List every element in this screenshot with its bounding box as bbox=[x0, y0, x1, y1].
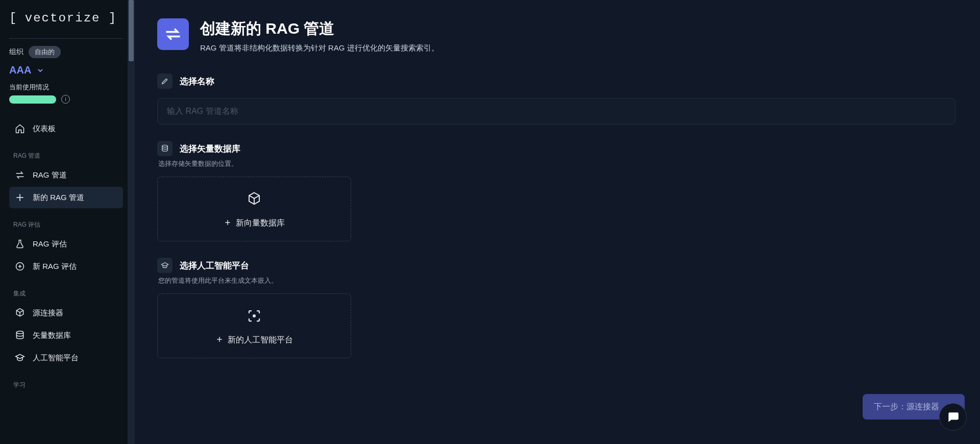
add-card-label: 新向量数据库 bbox=[236, 218, 285, 229]
section-subtitle: 您的管道将使用此平台来生成文本嵌入。 bbox=[158, 276, 955, 285]
org-selector[interactable]: AAA bbox=[9, 64, 123, 76]
svg-point-6 bbox=[162, 145, 168, 147]
pipeline-name-input[interactable] bbox=[157, 98, 955, 125]
nav-item-label: RAG 管道 bbox=[33, 170, 67, 180]
cube-icon bbox=[247, 191, 262, 209]
main-content: 创建新的 RAG 管道 RAG 管道将非结构化数据转换为针对 RAG 进行优化的… bbox=[133, 0, 980, 444]
svg-point-5 bbox=[16, 331, 23, 334]
nav-item-label: 矢量数据库 bbox=[33, 331, 71, 340]
nav-item-label: 新 RAG 评估 bbox=[33, 262, 77, 272]
plus-circle-icon bbox=[14, 261, 26, 272]
org-plan-badge: 自由的 bbox=[29, 46, 61, 58]
sidebar: [ vectorize ] 组织 自由的 AAA 当前使用情况 i 仪表板 RA… bbox=[0, 0, 133, 444]
divider bbox=[9, 38, 123, 39]
nav-section-integration: 集成 bbox=[13, 289, 119, 298]
nav-section-eval: RAG 评估 bbox=[13, 220, 119, 229]
nav-dashboard[interactable]: 仪表板 bbox=[9, 118, 123, 139]
plus-icon bbox=[215, 335, 224, 346]
page-icon bbox=[157, 18, 189, 50]
svg-point-9 bbox=[253, 315, 255, 317]
nav-section-pipelines: RAG 管道 bbox=[13, 152, 119, 160]
nav-item-label: 仪表板 bbox=[33, 124, 56, 134]
section-ai-platform: 选择人工智能平台 您的管道将使用此平台来生成文本嵌入。 新的人工智能平台 bbox=[157, 258, 955, 358]
section-title: 选择人工智能平台 bbox=[180, 260, 249, 272]
nav-new-rag-eval[interactable]: 新 RAG 评估 bbox=[9, 256, 123, 277]
nav-source-connectors[interactable]: 源连接器 bbox=[9, 302, 123, 324]
nav-ai-platform[interactable]: 人工智能平台 bbox=[9, 347, 123, 368]
page-title: 创建新的 RAG 管道 bbox=[200, 18, 439, 39]
support-chat-button[interactable] bbox=[939, 403, 967, 431]
flask-icon bbox=[14, 238, 26, 250]
page-subtitle: RAG 管道将非结构化数据转换为针对 RAG 进行优化的矢量搜索索引。 bbox=[200, 43, 439, 53]
brand-logo[interactable]: [ vectorize ] bbox=[9, 11, 123, 25]
org-label: 组织 bbox=[9, 47, 23, 57]
info-icon[interactable]: i bbox=[61, 95, 70, 104]
next-step-label: 下一步：源连接器 bbox=[874, 402, 939, 412]
database-icon bbox=[14, 330, 26, 341]
plus-icon bbox=[224, 218, 232, 229]
usage-label: 当前使用情况 bbox=[9, 83, 123, 92]
database-icon bbox=[157, 141, 173, 156]
swap-icon bbox=[14, 169, 26, 181]
nav-rag-eval[interactable]: RAG 评估 bbox=[9, 233, 123, 255]
pencil-icon bbox=[157, 73, 173, 89]
nav-vector-db[interactable]: 矢量数据库 bbox=[9, 325, 123, 346]
section-name: 选择名称 bbox=[157, 73, 955, 125]
nav-item-label: 新的 RAG 管道 bbox=[33, 193, 84, 203]
section-title: 选择矢量数据库 bbox=[180, 143, 240, 155]
graduation-cap-icon bbox=[14, 352, 26, 363]
add-ai-platform-card[interactable]: 新的人工智能平台 bbox=[157, 293, 351, 358]
nav-section-learn: 学习 bbox=[13, 381, 119, 389]
add-card-label: 新的人工智能平台 bbox=[228, 335, 293, 346]
chevron-down-icon bbox=[36, 66, 44, 75]
scan-icon bbox=[247, 308, 262, 326]
usage-bar[interactable] bbox=[9, 95, 56, 104]
nav-rag-pipelines[interactable]: RAG 管道 bbox=[9, 164, 123, 186]
nav-item-label: 人工智能平台 bbox=[33, 353, 79, 363]
graduation-cap-icon bbox=[157, 258, 173, 273]
section-title: 选择名称 bbox=[180, 76, 214, 87]
section-vector-db: 选择矢量数据库 选择存储矢量数据的位置。 新向量数据库 bbox=[157, 141, 955, 241]
nav-item-label: 源连接器 bbox=[33, 308, 63, 318]
plus-icon bbox=[14, 192, 26, 203]
chat-icon bbox=[946, 410, 960, 424]
nav-new-rag-pipeline[interactable]: 新的 RAG 管道 bbox=[9, 187, 123, 208]
home-icon bbox=[14, 123, 26, 134]
nav-item-label: RAG 评估 bbox=[33, 239, 67, 249]
add-vector-db-card[interactable]: 新向量数据库 bbox=[157, 177, 351, 241]
cube-icon bbox=[14, 307, 26, 318]
org-name: AAA bbox=[9, 64, 31, 76]
section-subtitle: 选择存储矢量数据的位置。 bbox=[158, 159, 955, 168]
